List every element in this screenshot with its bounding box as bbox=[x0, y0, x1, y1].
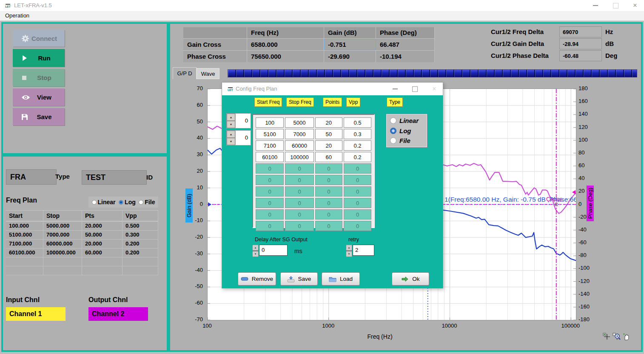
dialog-plan-cell[interactable]: 0 bbox=[256, 163, 284, 174]
type-file[interactable]: File bbox=[390, 137, 427, 144]
dialog-plan-cell[interactable]: 5000 bbox=[285, 117, 313, 128]
dialog-plan-cell[interactable]: 50 bbox=[315, 129, 343, 139]
dialog-plan-cell[interactable]: 60100 bbox=[256, 152, 284, 162]
id-field[interactable]: TEST bbox=[82, 170, 147, 185]
spin-down-icon[interactable]: ▼ bbox=[227, 121, 235, 128]
plan-table-cell bbox=[6, 266, 43, 275]
crosshair-tool[interactable] bbox=[603, 333, 611, 341]
dialog-plan-cell[interactable]: 7000 bbox=[285, 129, 313, 139]
dialog-plan-cell[interactable]: 0 bbox=[344, 209, 371, 220]
spin-down-icon[interactable]: ▼ bbox=[252, 251, 259, 257]
dialog-plan-cell[interactable]: 20 bbox=[315, 140, 343, 151]
radio-file[interactable]: File bbox=[139, 199, 155, 206]
menu-operation[interactable]: Operation bbox=[3, 11, 31, 20]
run-button[interactable]: Run bbox=[13, 49, 65, 67]
spinner-1-value[interactable]: 0 bbox=[236, 114, 251, 128]
dialog-plan-cell[interactable]: 0 bbox=[315, 221, 343, 231]
zoom-tool[interactable] bbox=[613, 333, 621, 341]
ok-button[interactable]: Ok bbox=[392, 272, 429, 285]
save-button[interactable]: Save bbox=[13, 108, 65, 126]
dialog-plan-cell[interactable]: 0 bbox=[285, 186, 313, 197]
spin-up-icon[interactable]: ▲ bbox=[227, 114, 235, 121]
type-log[interactable]: Log bbox=[390, 127, 427, 134]
dialog-plan-cell[interactable]: 0 bbox=[256, 221, 284, 231]
row-index-spinner-1[interactable]: ▲▼ 0 bbox=[226, 113, 251, 128]
dialog-plan-cell[interactable]: 0 bbox=[285, 221, 313, 231]
spin-up-icon[interactable]: ▲ bbox=[252, 245, 259, 251]
delay-spin-arrows[interactable]: ▲▼ bbox=[252, 245, 259, 257]
right-cursor-marker[interactable] bbox=[572, 190, 576, 194]
dialog-minimize-button[interactable] bbox=[389, 83, 402, 94]
dialog-plan-cell[interactable]: 100000 bbox=[285, 152, 313, 162]
stop-button[interactable]: Stop bbox=[13, 69, 65, 86]
dialog-plan-cell[interactable]: 100 bbox=[256, 117, 284, 128]
dialog-plan-cell[interactable]: 0 bbox=[344, 221, 371, 231]
retry-spin-arrows[interactable]: ▲▼ bbox=[346, 245, 352, 257]
dialog-plan-cell[interactable]: 0 bbox=[344, 175, 371, 185]
spinner-2-value[interactable]: 0 bbox=[236, 131, 251, 145]
gain-cross-gain[interactable]: -0.751 bbox=[324, 39, 376, 50]
dialog-plan-cell[interactable]: 0 bbox=[285, 198, 313, 208]
left-cursor-marker[interactable] bbox=[208, 203, 211, 207]
dialog-plan-cell[interactable]: 0.5 bbox=[344, 117, 371, 128]
cursor-legend: 1(Freq:6580.00 Hz, Gain: -0.75 dB ,Phase… bbox=[445, 196, 576, 203]
type-linear[interactable]: Linear bbox=[390, 117, 427, 124]
freq-axis-tick-label: 1000 bbox=[311, 323, 345, 329]
dialog-plan-cell[interactable]: 0 bbox=[285, 209, 313, 220]
dialog-plan-cell[interactable]: 0.3 bbox=[344, 129, 371, 139]
pan-tool[interactable] bbox=[622, 333, 630, 341]
row-index-spinner-2[interactable]: ▲▼ 0 bbox=[226, 130, 251, 146]
type-field[interactable]: FRA bbox=[6, 169, 57, 185]
stop-icon bbox=[21, 75, 27, 81]
dialog-plan-cell[interactable]: 0 bbox=[256, 186, 284, 197]
dialog-plan-cell[interactable]: 0 bbox=[256, 175, 284, 185]
dialog-plan-cell[interactable]: 0 bbox=[315, 186, 343, 197]
tab-wave[interactable]: Wave bbox=[197, 68, 219, 79]
output-channel-selector[interactable]: Channel 2 bbox=[88, 307, 148, 321]
dialog-plan-cell[interactable]: 0 bbox=[256, 209, 284, 220]
dialog-plan-cell[interactable]: 7100 bbox=[256, 140, 284, 151]
type-radio-group: Linear Log File bbox=[386, 114, 427, 147]
dialog-plan-cell[interactable]: 60000 bbox=[285, 140, 313, 151]
dialog-plan-cell[interactable]: 0 bbox=[315, 198, 343, 208]
retry-field[interactable]: 2 bbox=[353, 245, 374, 256]
input-channel-selector[interactable]: Channel 1 bbox=[6, 307, 66, 321]
input-chnl-label: Input Chnl bbox=[6, 296, 40, 304]
connect-button[interactable]: Connect bbox=[13, 30, 65, 47]
tab-gpd[interactable]: G/P D bbox=[173, 67, 197, 79]
spin-up-icon[interactable]: ▲ bbox=[227, 131, 235, 138]
dialog-plan-cell[interactable]: 0.2 bbox=[344, 140, 371, 151]
maximize-button[interactable] bbox=[609, 0, 622, 11]
load-button[interactable]: Load bbox=[322, 272, 360, 285]
delay-field[interactable]: 0 bbox=[259, 245, 288, 256]
dialog-plan-cell[interactable]: 0 bbox=[315, 209, 343, 220]
dialog-plan-cell[interactable]: 60 bbox=[315, 152, 343, 162]
dialog-plan-cell[interactable]: 0 bbox=[256, 198, 284, 208]
dialog-plan-cell[interactable]: 20 bbox=[315, 117, 343, 128]
dialog-plan-cell[interactable]: 0 bbox=[315, 175, 343, 185]
view-button[interactable]: View bbox=[13, 88, 65, 106]
dialog-plan-cell[interactable]: 0 bbox=[344, 198, 371, 208]
close-button[interactable]: × bbox=[629, 0, 641, 11]
retry-spinner[interactable]: ▲▼ 2 bbox=[346, 245, 374, 257]
spin-down-icon[interactable]: ▼ bbox=[227, 138, 235, 145]
dialog-plan-cell[interactable]: 0.2 bbox=[344, 152, 371, 162]
dialog-close-button[interactable]: × bbox=[428, 83, 441, 94]
spin-down-icon[interactable]: ▼ bbox=[346, 251, 352, 257]
dialog-plan-cell[interactable]: 0 bbox=[285, 175, 313, 185]
freq-delta-field: 69070 bbox=[559, 26, 602, 37]
minimize-button[interactable] bbox=[589, 0, 602, 11]
dialog-plan-cell[interactable]: 5100 bbox=[256, 129, 284, 139]
dialog-plan-cell[interactable]: 0 bbox=[285, 163, 313, 174]
dialog-plan-cell[interactable]: 0 bbox=[344, 186, 371, 197]
delay-spinner[interactable]: ▲▼ 0 bbox=[252, 245, 288, 257]
radio-linear[interactable]: Linear bbox=[92, 199, 116, 206]
dialog-plan-cell[interactable]: 0 bbox=[344, 163, 371, 174]
radio-log[interactable]: Log bbox=[119, 199, 136, 206]
spin-up-icon[interactable]: ▲ bbox=[346, 245, 352, 251]
dialog-plan-cell[interactable]: 0 bbox=[315, 163, 343, 174]
phase-cross-gain: -29.690 bbox=[324, 51, 376, 62]
dialog-save-button[interactable]: Save bbox=[280, 272, 318, 285]
remove-button[interactable]: Remove bbox=[238, 272, 276, 285]
dialog-maximize-button[interactable] bbox=[408, 83, 421, 94]
